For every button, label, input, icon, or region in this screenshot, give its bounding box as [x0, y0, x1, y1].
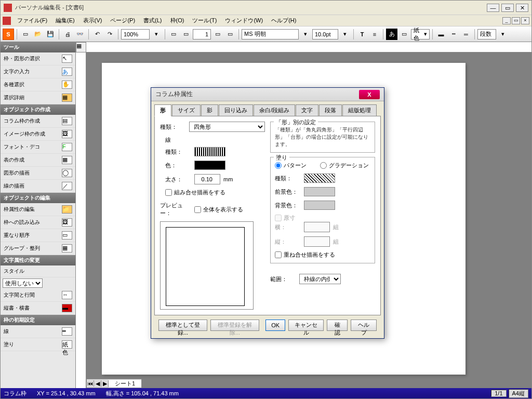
sidebar-select-frame[interactable]: 枠・図形の選択↖ [1, 52, 75, 65]
type-select[interactable]: 四角形 [189, 122, 265, 132]
fillcolor-select[interactable]: 紙色▾ [411, 29, 430, 39]
tab-para[interactable]: 段落 [319, 104, 342, 116]
page-go-icon[interactable]: ▭ [212, 29, 223, 40]
menu-window[interactable]: ウィンドウ(W) [221, 16, 267, 25]
sidebar-style-select[interactable]: 使用しない [3, 278, 43, 288]
zoom-dropdown-icon[interactable]: ▾ [151, 29, 162, 40]
zoom-input[interactable] [121, 29, 150, 39]
menu-page[interactable]: ページ(P) [106, 16, 139, 25]
undo-icon[interactable]: ↶ [91, 29, 103, 40]
sidebar-select-detail[interactable]: 選択詳細▦ [1, 91, 75, 104]
shape-icon: ◯ [62, 169, 72, 177]
bg-select[interactable] [304, 201, 335, 210]
menu-edit[interactable]: 編集(E) [51, 16, 79, 25]
linetype-select[interactable] [194, 147, 225, 156]
linecolor-select[interactable] [194, 161, 225, 170]
new-icon[interactable]: ▭ [20, 29, 31, 40]
help-button[interactable]: ヘルプ [351, 320, 377, 331]
sidebar-direction[interactable]: 縦書・横書▬ [1, 302, 75, 315]
columns-dropdown-icon[interactable]: ▾ [497, 29, 509, 40]
page-input[interactable] [193, 29, 211, 39]
sidebar-multi-select[interactable]: 各種選択✋ [1, 78, 75, 91]
sidebar-line[interactable]: 線の描画／ [1, 180, 75, 193]
sidebar-default-line[interactable]: 線━ [1, 325, 75, 338]
pattern-radio[interactable]: パターン [275, 162, 307, 169]
confirm-button[interactable]: 確認 [327, 320, 348, 331]
save-standard-button[interactable]: 標準として登録... [158, 320, 207, 331]
sidebar-shape[interactable]: 図形の描画◯ [1, 167, 75, 180]
sheet-tab-1[interactable]: シート1 [109, 380, 141, 388]
ok-button[interactable]: OK [265, 320, 285, 331]
close-button[interactable]: ✕ [516, 4, 528, 12]
sidebar-column-frame[interactable]: コラム枠の作成▤ [1, 115, 75, 128]
cancel-button[interactable]: キャンセル [288, 320, 324, 331]
dialog-close-button[interactable]: X [359, 90, 380, 99]
gradient-radio[interactable]: グラデーション [320, 162, 369, 169]
page-next-icon[interactable]: ▭ [180, 29, 192, 40]
menu-format[interactable]: 書式(L) [139, 16, 166, 25]
sheet-prev-icon[interactable]: ◀ [94, 380, 101, 387]
overlay-checkbox[interactable]: 重ね合せ描画をする [275, 251, 370, 259]
maximize-button[interactable]: ▭ [501, 4, 514, 12]
range-select[interactable]: 枠線の内側 [299, 274, 341, 284]
font-select[interactable] [242, 29, 299, 39]
sidebar-text-input[interactable]: 文字の入力あ [1, 65, 75, 78]
sidebar-group-align[interactable]: グループ・整列▦ [1, 242, 75, 255]
mdi-restore[interactable]: ▭ [512, 17, 520, 24]
columns-button[interactable]: 段数 [477, 29, 496, 39]
menu-help[interactable]: ヘルプ(H) [267, 16, 300, 25]
save-icon[interactable]: 💾 [45, 29, 56, 40]
redo-icon[interactable]: ↷ [104, 29, 115, 40]
page-prev-icon[interactable]: ▭ [168, 29, 179, 40]
outline-icon[interactable]: ▭ [398, 29, 410, 40]
tab-shadow[interactable]: 影 [201, 104, 218, 116]
menu-tool[interactable]: ツール(T) [188, 16, 221, 25]
sidebar-font-deco[interactable]: フォント・デコF [1, 141, 75, 154]
dialog-titlebar[interactable]: コラム枠属性 X [151, 88, 384, 101]
menu-frame[interactable]: 枠(O) [166, 16, 189, 25]
tab-char[interactable]: 文字 [296, 104, 318, 116]
ruler-corner[interactable]: ▦ [76, 42, 86, 52]
preview-all-checkbox[interactable]: 全体を表示する [194, 206, 243, 214]
s-button[interactable]: S [3, 29, 14, 40]
tab-typeset[interactable]: 組版処理 [342, 104, 377, 116]
lineweight-icon[interactable]: ═ [460, 29, 472, 40]
sidebar-zorder[interactable]: 重なり順序▭ [1, 229, 75, 242]
open-icon[interactable]: 📂 [32, 29, 44, 40]
linecolor-icon[interactable]: ▬ [435, 29, 447, 40]
tab-wrap[interactable]: 回り込み [219, 104, 253, 116]
bold-icon[interactable]: T [356, 29, 368, 40]
font-dropdown-icon[interactable]: ▾ [300, 29, 311, 40]
sidebar-table[interactable]: 表の作成▦ [1, 154, 75, 167]
filltype-select[interactable] [304, 174, 335, 183]
page-misc-icon[interactable]: ▭ [224, 29, 236, 40]
print-icon[interactable]: 🖨 [62, 29, 73, 40]
sidebar-frame-attr[interactable]: 枠属性の編集📁 [1, 203, 75, 216]
combine-checkbox[interactable]: 組み合せ描画をする [165, 189, 265, 196]
lineweight-input[interactable] [194, 174, 220, 184]
doc-icon [3, 17, 11, 25]
textcolor-icon[interactable]: あ [386, 29, 397, 40]
mdi-close[interactable]: × [521, 17, 529, 24]
menu-view[interactable]: 表示(V) [79, 16, 107, 25]
tab-margin[interactable]: 余白/段組み [254, 104, 295, 116]
fg-select[interactable] [304, 187, 335, 196]
ruler-horizontal[interactable] [86, 42, 531, 52]
minimize-button[interactable]: — [487, 4, 499, 12]
ruler-vertical[interactable] [76, 52, 86, 388]
fontsize-dropdown-icon[interactable]: ▾ [339, 29, 351, 40]
fontsize-input[interactable] [312, 29, 338, 39]
tab-shape[interactable]: 形 [154, 104, 171, 116]
sidebar-default-fill[interactable]: 塗り紙色 [1, 338, 75, 351]
sidebar-image-frame[interactable]: イメージ枠の作成🖼 [1, 128, 75, 141]
sidebar-frame-load[interactable]: 枠への読み込み🖼 [1, 216, 75, 229]
tab-size[interactable]: サイズ [172, 104, 201, 116]
sheet-next-icon[interactable]: ▶ [101, 380, 109, 387]
align-icon[interactable]: ≡ [369, 29, 380, 40]
linestyle-icon[interactable]: ┅ [448, 29, 459, 40]
preview-icon[interactable]: 👓 [74, 29, 86, 40]
sheet-first-icon[interactable]: ⏮ [87, 380, 94, 387]
mdi-minimize[interactable]: _ [502, 17, 511, 24]
menu-file[interactable]: ファイル(F) [13, 16, 51, 25]
sidebar-spacing[interactable]: 文字間と行間↔ [1, 289, 75, 302]
